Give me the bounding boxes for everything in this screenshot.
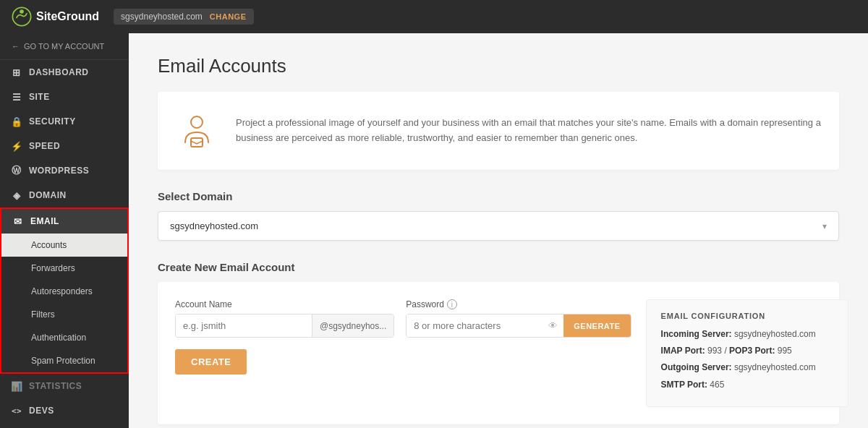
select-domain-label: Select Domain (158, 190, 839, 202)
domain-select[interactable]: sgsydneyhosted.com ▾ (158, 211, 839, 241)
sidebar-speed-label: SPEED (29, 141, 60, 151)
email-icon: ✉ (13, 216, 23, 226)
authentication-label: Authentication (31, 333, 86, 343)
go-back-link[interactable]: ← GO TO MY ACCOUNT (0, 33, 129, 60)
outgoing-server-value: sgsydneyhosted.com (734, 362, 816, 372)
autoresponders-label: Autoresponders (31, 286, 93, 296)
sidebar-subitem-authentication[interactable]: Authentication (1, 326, 127, 349)
generate-button[interactable]: GENERATE (563, 314, 630, 337)
outgoing-server-label: Outgoing Server: (661, 362, 732, 372)
create-button[interactable]: CREATE (175, 349, 247, 374)
go-back-label: GO TO MY ACCOUNT (24, 42, 104, 51)
logo-text: SiteGround (36, 10, 99, 23)
site-icon: ☰ (12, 92, 22, 102)
form-row-1: Account Name @sgsydneyhos... Password i (175, 299, 631, 338)
selected-domain-value: sgsydneyhosted.com (170, 221, 258, 231)
sidebar-subitem-spam-protection[interactable]: Spam Protection (1, 349, 127, 372)
info-text: Project a professional image of yourself… (236, 116, 822, 146)
speed-icon: ⚡ (12, 141, 22, 151)
smtp-label: SMTP Port: (661, 380, 707, 390)
svg-point-1 (20, 9, 24, 14)
incoming-server-label: Incoming Server: (661, 329, 732, 339)
sidebar-item-speed[interactable]: ⚡ SPEED (0, 134, 129, 158)
change-button[interactable]: CHANGE (210, 12, 247, 21)
sidebar-item-domain[interactable]: ◈ DOMAIN (0, 183, 129, 207)
sidebar-devs-label: DEVS (29, 406, 54, 416)
account-name-label: Account Name (175, 299, 394, 309)
imap-value: 993 (707, 346, 722, 356)
email-person-icon (175, 109, 218, 153)
pop3-value: 995 (778, 346, 792, 356)
sidebar-email-label: EMAIL (30, 216, 59, 226)
password-info-icon[interactable]: i (447, 299, 457, 309)
dashboard-icon: ⊞ (12, 67, 22, 77)
password-group: Password i 👁 GENERATE (406, 299, 631, 338)
create-account-card: Account Name @sgsydneyhos... Password i (158, 282, 839, 424)
page-title: Email Accounts (158, 55, 839, 77)
statistics-icon: 📊 (12, 381, 22, 391)
account-name-group: Account Name @sgsydneyhos... (175, 299, 394, 338)
password-input[interactable] (407, 314, 542, 337)
imap-label: IMAP Port: (661, 346, 705, 356)
sidebar: ← GO TO MY ACCOUNT ⊞ DASHBOARD ☰ SITE 🔒 … (0, 33, 129, 428)
forwarders-label: Forwarders (31, 263, 75, 273)
sidebar-subitem-autoresponders[interactable]: Autoresponders (1, 280, 127, 303)
back-arrow-icon: ← (12, 42, 20, 51)
form-section: Account Name @sgsydneyhos... Password i (175, 299, 631, 374)
filters-label: Filters (31, 309, 55, 320)
sidebar-domain-label: DOMAIN (29, 190, 67, 200)
password-input-wrap: 👁 GENERATE (406, 314, 631, 338)
sidebar-item-devs[interactable]: <> DEVS (0, 398, 129, 423)
account-name-input[interactable] (176, 314, 312, 337)
info-card: Project a professional image of yourself… (158, 92, 839, 170)
sidebar-subitem-accounts[interactable]: Accounts (1, 234, 127, 257)
sidebar-item-statistics[interactable]: 📊 STATISTICS (0, 374, 129, 398)
email-section-highlighted: ✉ EMAIL Accounts Forwarders Autoresponde… (0, 207, 129, 374)
outgoing-server-row: Outgoing Server: sgsydneyhosted.com (661, 361, 833, 374)
accounts-label: Accounts (31, 240, 67, 250)
wordpress-icon: Ⓦ (12, 166, 22, 176)
imap-row: IMAP Port: 993 / POP3 Port: 995 (661, 344, 833, 358)
sidebar-subitem-filters[interactable]: Filters (1, 303, 127, 326)
create-section-title: Create New Email Account (158, 261, 839, 273)
logo: SiteGround (12, 7, 99, 27)
sidebar-wordpress-label: WORDPRESS (29, 166, 89, 176)
sidebar-site-label: SITE (29, 92, 50, 102)
account-name-addon: @sgsydneyhos... (312, 314, 393, 337)
account-name-input-wrap: @sgsydneyhos... (175, 314, 394, 338)
password-label: Password i (406, 299, 631, 309)
svg-point-2 (191, 116, 203, 128)
domain-icon: ◈ (12, 190, 22, 200)
chevron-down-icon: ▾ (822, 221, 827, 231)
tool-finder[interactable]: 🔍 TOOL FINDER CTRL + K (0, 423, 129, 428)
email-config-box: EMAIL CONFIGURATION Incoming Server: sgs… (646, 299, 848, 407)
sidebar-item-dashboard[interactable]: ⊞ DASHBOARD (0, 60, 129, 85)
sidebar-item-site[interactable]: ☰ SITE (0, 85, 129, 109)
domain-pill: sgsydneyhosted.com CHANGE (114, 9, 253, 25)
sidebar-dashboard-label: DASHBOARD (29, 67, 89, 77)
layout: ← GO TO MY ACCOUNT ⊞ DASHBOARD ☰ SITE 🔒 … (0, 33, 868, 428)
spam-protection-label: Spam Protection (31, 356, 95, 366)
sidebar-item-email[interactable]: ✉ EMAIL (1, 209, 127, 234)
sidebar-item-wordpress[interactable]: Ⓦ WORDPRESS (0, 158, 129, 183)
eye-icon[interactable]: 👁 (542, 314, 563, 337)
devs-icon: <> (12, 406, 22, 416)
sidebar-item-security[interactable]: 🔒 SECURITY (0, 109, 129, 134)
smtp-value: 465 (710, 380, 724, 390)
security-icon: 🔒 (12, 116, 22, 127)
incoming-server-row: Incoming Server: sgsydneyhosted.com (661, 328, 833, 341)
incoming-server-value: sgsydneyhosted.com (734, 329, 816, 339)
main-content: Email Accounts Project a professional im… (129, 33, 868, 428)
sidebar-security-label: SECURITY (29, 116, 76, 127)
sidebar-subitem-forwarders[interactable]: Forwarders (1, 257, 127, 280)
smtp-row: SMTP Port: 465 (661, 378, 833, 392)
email-config-title: EMAIL CONFIGURATION (661, 312, 833, 320)
pop3-label: POP3 Port: (729, 346, 775, 356)
topbar-domain: sgsydneyhosted.com (121, 12, 203, 22)
sidebar-statistics-label: STATISTICS (29, 381, 82, 391)
topbar: SiteGround sgsydneyhosted.com CHANGE (0, 0, 868, 33)
